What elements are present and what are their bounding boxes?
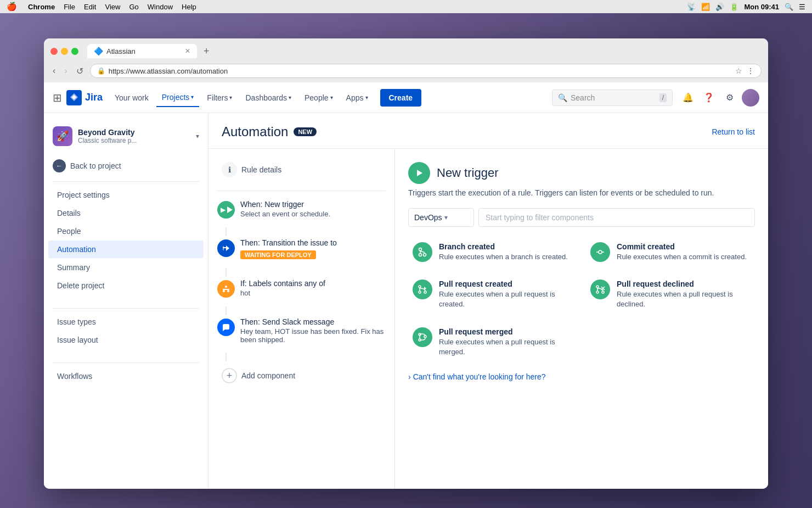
jira-logo-icon [66, 90, 82, 105]
control-icon[interactable]: ☰ [799, 3, 805, 11]
minimize-button[interactable] [61, 48, 68, 55]
avatar-button[interactable] [742, 89, 759, 107]
sidebar-gap-2 [44, 349, 208, 358]
notifications-button[interactable]: 🔔 [679, 89, 697, 107]
sidebar-item-issue-layout[interactable]: Issue layout [48, 331, 204, 349]
nav-filters[interactable]: Filters ▾ [201, 89, 238, 107]
bookmark-icon[interactable]: ☆ [735, 66, 742, 75]
sidebar-item-summary[interactable]: Summary [48, 259, 204, 276]
avatar [742, 89, 759, 107]
edit-menu[interactable]: Edit [84, 3, 96, 11]
svg-point-10 [419, 254, 422, 256]
svg-point-22 [596, 291, 599, 293]
svg-marker-0 [227, 206, 233, 213]
if-labels-subtitle: hot [240, 289, 386, 297]
project-type: Classic software p... [78, 137, 190, 144]
search-icon[interactable]: 🔍 [785, 3, 793, 11]
rule-step-then-1[interactable]: Then: Transition the issue to WAITING FO… [217, 238, 386, 259]
sidebar-item-delete-project[interactable]: Delete project [48, 277, 204, 294]
add-component-btn[interactable]: + Add component [217, 364, 386, 388]
battery-icon: 🔋 [730, 3, 738, 11]
sidebar-divider-2 [53, 308, 199, 309]
create-button[interactable]: Create [380, 89, 422, 107]
sidebar-item-issue-types[interactable]: Issue types [48, 313, 204, 331]
reload-button[interactable]: ↺ [74, 65, 86, 77]
svg-marker-2 [226, 245, 229, 251]
system-icons: 📡 📶 🔊 🔋 Mon 09:41 🔍 ☰ [687, 3, 805, 11]
rule-step-when[interactable]: When: New trigger Select an event or sch… [217, 200, 386, 219]
apple-menu[interactable]: 🍎 [7, 2, 17, 12]
step-connector-3 [225, 306, 227, 315]
go-menu[interactable]: Go [129, 3, 138, 11]
if-labels-title: If: Labels contains any of [240, 279, 386, 288]
more-icon[interactable]: ⋮ [747, 66, 754, 75]
search-icon: 🔍 [558, 93, 567, 102]
nav-dashboards[interactable]: Dashboards ▾ [240, 89, 297, 107]
sidebar-item-people[interactable]: People [48, 222, 204, 240]
nav-search[interactable]: 🔍 Search / [552, 90, 673, 106]
pr-created-icon [413, 280, 432, 299]
view-menu[interactable]: View [105, 3, 120, 11]
nav-people[interactable]: People ▾ [299, 89, 339, 107]
sidebar-item-automation[interactable]: Automation [48, 241, 204, 258]
trigger-option-pr-merged[interactable]: Pull request merged Rule executes when a… [408, 323, 577, 361]
back-button[interactable]: ‹ [50, 65, 58, 77]
address-bar[interactable]: 🔒 https://www.atlassian.com/automation ☆… [90, 64, 762, 78]
jira-nav: ⊞ Jira Your work Projects ▾ Filters ▾ Da… [44, 82, 768, 113]
rule-details-text: Rule details [241, 165, 281, 174]
grid-icon[interactable]: ⊞ [53, 91, 62, 104]
settings-button[interactable]: ⚙ [721, 89, 738, 107]
rule-details[interactable]: ℹ Rule details [217, 158, 386, 182]
trigger-option-branch-created[interactable]: Branch created Rule executes when a bran… [408, 238, 577, 266]
new-tab-button[interactable]: + [204, 46, 210, 57]
trigger-option-commit-created[interactable]: Commit created Rule executes when a comm… [586, 238, 755, 266]
trigger-option-pr-declined[interactable]: Pull request declined Rule executes when… [586, 275, 755, 314]
category-select[interactable]: DevOps ▾ [408, 208, 474, 227]
rule-step-then-2[interactable]: Then: Send Slack message Hey team, HOT i… [217, 317, 386, 344]
airplay-icon: 📡 [687, 3, 696, 11]
sidebar-divider-3 [53, 362, 199, 363]
window-menu[interactable]: Window [148, 3, 173, 11]
forward-button[interactable]: › [62, 65, 69, 77]
svg-point-4 [225, 286, 227, 288]
sidebar: 🚀 Beyond Gravity Classic software p... ▾… [44, 113, 208, 489]
nav-apps[interactable]: Apps ▾ [341, 89, 374, 107]
sidebar-item-project-settings[interactable]: Project settings [48, 186, 204, 204]
two-panel: ℹ Rule details When: New trigger [208, 149, 768, 489]
return-to-list-link[interactable]: Return to list [712, 127, 755, 136]
select-chevron-icon: ▾ [444, 214, 448, 221]
sidebar-item-workflows[interactable]: Workflows [48, 367, 204, 385]
project-chevron-icon[interactable]: ▾ [196, 132, 199, 140]
filter-input[interactable] [478, 208, 755, 227]
when-step-subtitle: Select an event or schedule. [240, 210, 386, 218]
maximize-button[interactable] [71, 48, 78, 55]
sidebar-item-details[interactable]: Details [48, 204, 204, 222]
svg-point-9 [419, 248, 422, 251]
browser-tab[interactable]: 🔷 Atlassian ✕ [87, 44, 197, 58]
svg-point-18 [424, 291, 426, 293]
step-connector-2 [225, 268, 227, 277]
app-name[interactable]: Chrome [28, 3, 55, 11]
trigger-option-pr-created[interactable]: Pull request created Rule executes when … [408, 275, 577, 314]
search-shortcut: / [659, 93, 667, 102]
back-to-project-link[interactable]: ← Back to project [44, 155, 208, 177]
address-text: https://www.atlassian.com/automation [109, 67, 732, 75]
nav-your-work[interactable]: Your work [109, 89, 154, 107]
nav-projects[interactable]: Projects ▾ [156, 88, 200, 107]
close-button[interactable] [50, 48, 58, 55]
pr-created-desc: Rule executes when a pull request is cre… [439, 289, 573, 309]
cant-find-link[interactable]: › Can't find what you're looking for her… [408, 372, 755, 381]
svg-point-23 [602, 291, 604, 293]
help-menu[interactable]: Help [182, 3, 196, 11]
automation-header: Automation NEW Return to list [208, 113, 768, 149]
rule-step-if[interactable]: If: Labels contains any of hot [217, 279, 386, 298]
automation-title: Automation [222, 124, 288, 139]
help-button[interactable]: ❓ [700, 89, 718, 107]
file-menu[interactable]: File [64, 3, 75, 11]
trigger-play-icon [408, 162, 430, 184]
jira-logo[interactable]: Jira [66, 90, 103, 105]
commit-created-title: Commit created [617, 242, 747, 251]
tab-close-icon[interactable]: ✕ [185, 47, 190, 55]
wifi-icon: 📶 [701, 3, 710, 11]
clock: Mon 09:41 [744, 3, 779, 11]
